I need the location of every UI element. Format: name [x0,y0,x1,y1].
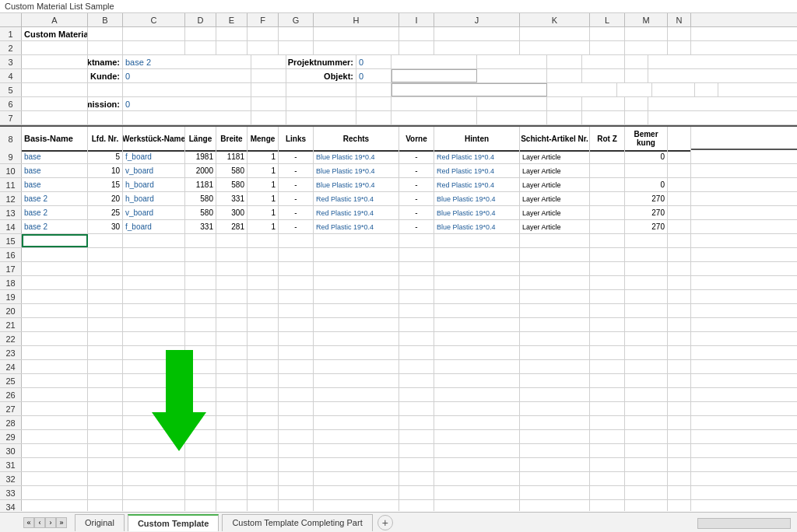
cell-menge[interactable]: 1 [248,206,279,219]
cell-vorne[interactable]: - [399,220,434,233]
cell-vorne[interactable]: - [399,206,434,219]
col-header-e[interactable]: E [216,13,248,26]
cell-werkstueck-name[interactable]: h_board [123,178,185,191]
cell-laenge[interactable]: 331 [185,220,216,233]
cell-rot-z[interactable] [590,206,625,219]
cell-menge[interactable]: 1 [248,164,279,177]
col-header-b[interactable]: B [88,13,123,26]
cell-bemerkung[interactable]: 270 [625,192,668,205]
cell-schicht[interactable]: Layer Article [520,192,590,205]
col-header-j[interactable]: J [434,13,520,26]
cell-schicht[interactable]: Layer Article [520,206,590,219]
nav-prev[interactable]: ‹ [34,517,45,528]
cell-bemerkung[interactable] [625,164,668,177]
nav-next-next[interactable]: » [56,517,67,528]
cell-lfd-nr[interactable]: 25 [88,206,123,219]
kommission-value[interactable]: 0 [123,97,251,110]
cell-menge[interactable]: 1 [248,178,279,191]
cell-werkstueck-name[interactable]: f_board [123,150,185,163]
sheet-tab[interactable]: Original [75,514,125,531]
cell-vorne[interactable]: - [399,150,434,163]
cell-bemerkung[interactable]: 0 [625,150,668,163]
cell-vorne[interactable]: - [399,192,434,205]
col-header-h[interactable]: H [314,13,399,26]
cell-menge[interactable]: 1 [248,220,279,233]
cell-links[interactable]: - [279,220,314,233]
cell-breite[interactable]: 580 [216,178,248,191]
cell-werkstueck-name[interactable]: f_board [123,220,185,233]
cell-rechts[interactable]: Red Plastic 19*0.4 [314,220,399,233]
cell-schicht[interactable]: Layer Article [520,220,590,233]
cell-hinten[interactable]: Blue Plastic 19*0.4 [434,220,520,233]
cell-breite[interactable]: 580 [216,164,248,177]
col-header-l[interactable]: L [590,13,625,26]
cell-basis-name[interactable]: base 2 [22,192,88,205]
cell-lfd-nr[interactable]: 30 [88,220,123,233]
cell-rechts[interactable]: Blue Plastic 19*0.4 [314,178,399,191]
cell-hinten[interactable]: Blue Plastic 19*0.4 [434,192,520,205]
projektnummer-value[interactable]: 0 [356,55,391,68]
projektname-value[interactable]: base 2 [123,55,251,68]
cell-links[interactable]: - [279,206,314,219]
cell-menge[interactable]: 1 [248,150,279,163]
cell-links[interactable]: - [279,192,314,205]
cell-breite[interactable]: 331 [216,192,248,205]
cell-rot-z[interactable] [590,178,625,191]
col-header-a[interactable]: A [22,13,88,26]
cell-rot-z[interactable] [590,150,625,163]
col-header-m[interactable]: M [625,13,668,26]
add-tab-button[interactable]: + [377,515,393,530]
cell-basis-name[interactable]: base [22,150,88,163]
cell-laenge[interactable]: 580 [185,206,216,219]
cell-rot-z[interactable] [590,192,625,205]
cell-a1[interactable]: Custom Material List Sample [22,27,88,40]
cell-rechts[interactable]: Blue Plastic 19*0.4 [314,164,399,177]
cell-hinten[interactable]: Red Plastic 19*0.4 [434,164,520,177]
cell-basis-name[interactable]: base 2 [22,206,88,219]
cell-rot-z[interactable] [590,220,625,233]
cell-menge[interactable]: 1 [248,192,279,205]
nav-prev-prev[interactable]: « [23,517,34,528]
col-header-f[interactable]: F [248,13,279,26]
cell-schicht[interactable]: Layer Article [520,150,590,163]
cell-bemerkung[interactable]: 270 [625,206,668,219]
cell-basis-name[interactable]: base [22,164,88,177]
cell-breite[interactable]: 1181 [216,150,248,163]
cell-vorne[interactable]: - [399,178,434,191]
cell-schicht[interactable]: Layer Article [520,164,590,177]
cell-rot-z[interactable] [590,164,625,177]
cell-rechts[interactable]: Blue Plastic 19*0.4 [314,150,399,163]
cell-basis-name[interactable]: base [22,178,88,191]
objekt-value[interactable]: 0 [356,69,391,82]
cell-laenge[interactable]: 2000 [185,164,216,177]
cell-schicht[interactable]: Layer Article [520,178,590,191]
cell-werkstueck-name[interactable]: v_board [123,164,185,177]
col-header-i[interactable]: I [399,13,434,26]
cell-rechts[interactable]: Red Plastic 19*0.4 [314,206,399,219]
horizontal-scrollbar[interactable] [697,518,791,529]
sheet-tab[interactable]: Custom Template Completing Part [222,514,372,531]
cell-lfd-nr[interactable]: 10 [88,164,123,177]
cell-hinten[interactable]: Red Plastic 19*0.4 [434,150,520,163]
cell-rechts[interactable]: Red Plastic 19*0.4 [314,192,399,205]
cell-hinten[interactable]: Red Plastic 19*0.4 [434,178,520,191]
col-header-d[interactable]: D [185,13,216,26]
cell-lfd-nr[interactable]: 20 [88,192,123,205]
cell-laenge[interactable]: 1981 [185,150,216,163]
cell-werkstueck-name[interactable]: h_board [123,192,185,205]
cell-links[interactable]: - [279,150,314,163]
cell-breite[interactable]: 300 [216,206,248,219]
selected-cell[interactable] [22,234,88,247]
cell-werkstueck-name[interactable]: v_board [123,206,185,219]
col-header-k[interactable]: K [520,13,590,26]
cell-vorne[interactable]: - [399,164,434,177]
sheet-tab[interactable]: Custom Template [128,514,219,531]
nav-next[interactable]: › [45,517,56,528]
col-header-c[interactable]: C [123,13,185,26]
col-header-g[interactable]: G [279,13,314,26]
cell-hinten[interactable]: Blue Plastic 19*0.4 [434,206,520,219]
cell-links[interactable]: - [279,178,314,191]
cell-lfd-nr[interactable]: 15 [88,178,123,191]
cell-breite[interactable]: 281 [216,220,248,233]
cell-lfd-nr[interactable]: 5 [88,150,123,163]
